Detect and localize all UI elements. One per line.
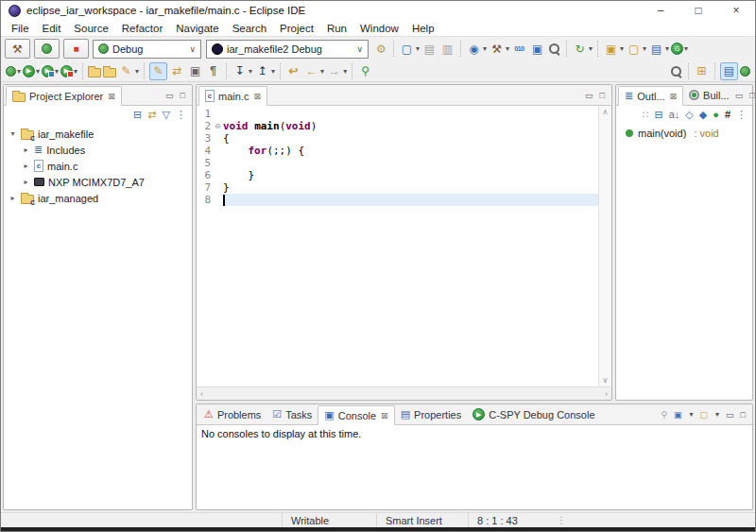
code-line[interactable]: 4 for(;;) {: [197, 145, 598, 157]
code-line-current[interactable]: 8: [197, 194, 598, 206]
code-line[interactable]: 5: [197, 157, 598, 169]
hide-fields-button[interactable]: ◇: [685, 110, 693, 120]
debug-perspective-button[interactable]: [740, 66, 750, 77]
code-line[interactable]: 2⊖void main(void): [197, 120, 598, 132]
menu-search[interactable]: Search: [226, 23, 273, 34]
menu-window[interactable]: Window: [353, 23, 405, 34]
window-close-button[interactable]: ×: [717, 1, 755, 20]
outline-item-main[interactable]: main(void) : void: [618, 128, 750, 139]
maximize-view-button[interactable]: □: [600, 91, 605, 100]
show-whitespace-button[interactable]: ¶: [205, 63, 221, 79]
tree-item-nxp-chip[interactable]: ▸ NXP MCIMX7D7_A7: [4, 174, 192, 190]
format-toggle-button[interactable]: ✎: [149, 62, 167, 80]
iar-tools-button[interactable]: ✎▾: [118, 63, 139, 79]
chevron-down-icon[interactable]: ▾: [483, 44, 487, 53]
view-menu-button[interactable]: ⋮: [736, 110, 747, 120]
tab-project-explorer[interactable]: Project Explorer ⊠: [6, 86, 122, 106]
minimize-view-button[interactable]: ▭: [726, 410, 734, 420]
save-button[interactable]: ▤: [421, 41, 438, 57]
menu-run[interactable]: Run: [320, 23, 353, 34]
expander-icon[interactable]: ▸: [22, 178, 30, 186]
close-icon[interactable]: ⊠: [108, 92, 115, 101]
last-edit-location-button[interactable]: ↩: [285, 63, 301, 79]
tab-problems[interactable]: ⚠ Problems: [198, 404, 266, 424]
expander-icon[interactable]: ▸: [9, 194, 17, 202]
tree-item-main-c[interactable]: ▸ c main.c: [4, 158, 192, 174]
fold-minus-icon[interactable]: ⊖: [213, 120, 223, 132]
horizontal-scrollbar[interactable]: ‹ ›: [197, 386, 611, 400]
tab-outline[interactable]: ≣ Outl... ⊠: [618, 86, 683, 106]
tab-tasks[interactable]: ☑ Tasks: [266, 404, 318, 424]
code-line[interactable]: 3{: [197, 132, 598, 145]
code-editor[interactable]: 1 2⊖void main(void) 3{ 4 for(;;) { 5 6 }…: [197, 106, 598, 386]
tree-item-includes[interactable]: ▸ ≣ Includes: [4, 142, 192, 158]
chevron-down-icon[interactable]: ▾: [416, 44, 420, 53]
chevron-down-icon[interactable]: ▾: [36, 67, 40, 76]
filter-button[interactable]: ▽: [163, 110, 170, 120]
collapse-all-button[interactable]: ⊟: [654, 110, 662, 120]
terminal-view-button[interactable]: ▣: [529, 41, 545, 57]
run-button[interactable]: ▶▾: [23, 65, 40, 77]
external-tools-button[interactable]: ↻▾: [572, 41, 593, 57]
hide-non-public-button[interactable]: ●: [713, 110, 719, 120]
expander-icon[interactable]: ▸: [22, 162, 30, 170]
chevron-down-icon[interactable]: ▾: [55, 67, 59, 76]
build-all-button[interactable]: ⚒▾: [489, 41, 509, 57]
build-button[interactable]: ⚒: [5, 39, 30, 59]
chevron-down-icon[interactable]: ▾: [135, 67, 139, 76]
save-all-button[interactable]: ▥: [439, 41, 455, 57]
menu-refactor[interactable]: Refactor: [115, 23, 169, 34]
expander-icon[interactable]: ▾: [9, 129, 17, 138]
view-menu-button[interactable]: ⋮: [176, 110, 186, 120]
minimize-view-button[interactable]: ▭: [735, 91, 744, 100]
code-line[interactable]: 6 }: [197, 169, 598, 181]
launch-config-combo[interactable]: iar_makefile2 Debug ∨: [206, 40, 369, 59]
focus-button[interactable]: ∷: [642, 110, 648, 120]
chevron-down-icon[interactable]: ▾: [320, 67, 324, 76]
chevron-down-icon[interactable]: ▾: [271, 67, 275, 76]
cpp-perspective-button[interactable]: ▤: [720, 62, 738, 80]
debug-button[interactable]: [34, 39, 60, 59]
new-c-file-button[interactable]: ▤▾: [648, 41, 669, 57]
maximize-view-button[interactable]: □: [749, 91, 754, 100]
menu-file[interactable]: File: [5, 23, 36, 34]
menu-help[interactable]: Help: [405, 23, 441, 34]
menu-edit[interactable]: Edit: [36, 23, 68, 34]
chevron-down-icon[interactable]: ▾: [684, 44, 688, 53]
binary-view-button[interactable]: 010: [511, 41, 527, 57]
maximize-view-button[interactable]: □: [180, 91, 185, 100]
open-perspective-button[interactable]: ⊞: [694, 63, 710, 79]
minimize-view-button[interactable]: ▭: [165, 91, 174, 100]
scroll-left-icon[interactable]: ‹: [200, 389, 203, 399]
new-wizard-button[interactable]: ▢▾: [399, 41, 420, 57]
debug-history-button[interactable]: ▾: [6, 66, 21, 77]
scroll-down-icon[interactable]: ∨: [603, 376, 609, 385]
close-icon[interactable]: ⊠: [670, 92, 678, 101]
quick-search-button[interactable]: [669, 64, 683, 78]
menu-project[interactable]: Project: [273, 23, 320, 34]
open-element-button[interactable]: [88, 65, 101, 77]
tab-cspy-debug-console[interactable]: ▶ C-SPY Debug Console: [467, 404, 600, 424]
menu-navigate[interactable]: Navigate: [169, 23, 225, 34]
chevron-down-icon[interactable]: ▾: [506, 44, 509, 53]
window-minimize-button[interactable]: –: [642, 1, 679, 20]
tree-item-iar-makefile[interactable]: ▾ C iar_makefile: [4, 126, 192, 142]
chevron-down-icon[interactable]: ▾: [620, 44, 624, 53]
flash-download-button[interactable]: ◉▾: [466, 41, 487, 57]
chevron-down-icon[interactable]: ▾: [690, 410, 694, 419]
chevron-down-icon[interactable]: ▾: [74, 67, 77, 76]
minimize-view-button[interactable]: ▭: [585, 91, 593, 100]
close-icon[interactable]: ⊠: [381, 411, 388, 420]
sort-button[interactable]: a↓: [669, 110, 680, 120]
scroll-up-icon[interactable]: ∧: [603, 108, 609, 116]
stop-button[interactable]: ■: [63, 39, 89, 59]
toggle-search-button[interactable]: [547, 42, 561, 56]
chevron-down-icon[interactable]: ▾: [715, 410, 719, 419]
open-console-button[interactable]: ▢: [700, 410, 709, 420]
vertical-scrollbar[interactable]: ∧ ∨: [598, 106, 611, 386]
hide-static-button[interactable]: ◆: [699, 110, 707, 120]
tab-build[interactable]: Buil...: [683, 85, 735, 105]
next-annotation-button[interactable]: ↧▾: [232, 63, 252, 79]
chevron-down-icon[interactable]: ▾: [589, 44, 593, 53]
pin-console-button[interactable]: ⚲: [661, 410, 667, 420]
